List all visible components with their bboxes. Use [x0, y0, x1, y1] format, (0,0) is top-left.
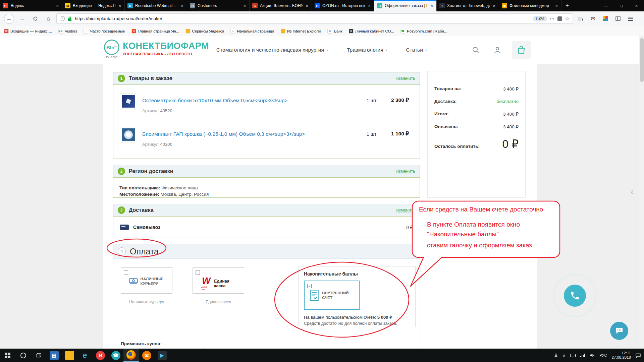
internal-account-checkbox[interactable]: ✓: [307, 284, 312, 288]
account-icon[interactable]: [493, 46, 502, 54]
page-scrollbar[interactable]: [639, 36, 644, 349]
taskbar-app-mail[interactable]: ✉: [139, 349, 154, 362]
bookmark-item[interactable]: Из Internet Explorer: [281, 29, 321, 34]
tab-close-icon[interactable]: ×: [118, 3, 122, 8]
browser-tab[interactable]: R Roundcube Webmail :: ×: [125, 0, 187, 11]
battery-icon[interactable]: [570, 354, 576, 357]
url-text[interactable]: https://bioimplantat.ru/personal/order/m…: [75, 16, 530, 21]
forward-button[interactable]: →: [17, 14, 27, 24]
bookmark-item[interactable]: ◔Часто посещаемые: [84, 29, 125, 34]
product-thumbnail[interactable]: [121, 94, 136, 109]
product-title-link[interactable]: Биоимплант ГАП крошка (~0,25-1,0 мм) Объ…: [142, 131, 305, 137]
browser-tab[interactable]: O OZON.ru - История пок ×: [312, 0, 374, 11]
taskbar-app-messenger[interactable]: ☎: [108, 349, 123, 362]
bookmark-item[interactable]: LCVisitors: [58, 29, 77, 34]
taskbar-app-firefox-active[interactable]: [123, 349, 139, 362]
site-header: BIn™ Est 2000 КОНЕКТБИОФАРМ КОСТНАЯ ПЛАС…: [0, 36, 639, 64]
callback-phone-button[interactable]: [564, 285, 586, 307]
search-icon[interactable]: [471, 46, 480, 54]
browser-tab[interactable]: Ф Файловый менеджер - ×: [499, 0, 561, 11]
payment-option-cash[interactable]: НАЛИЧНЫЕ КУРЬЕРУ: [121, 267, 172, 294]
payment-option-walletone[interactable]: W wallet one Единая касса: [193, 267, 244, 294]
tab-close-icon[interactable]: ×: [430, 3, 434, 8]
tab-close-icon[interactable]: ×: [305, 3, 309, 8]
menu-icon[interactable]: [626, 18, 635, 19]
bookmark-item[interactable]: GБанк: [327, 29, 342, 34]
nav-item-traumatology[interactable]: Травматология▾: [347, 47, 387, 53]
tab-close-icon[interactable]: ×: [180, 3, 184, 8]
tab-close-icon[interactable]: ×: [55, 3, 59, 8]
tab-close-icon[interactable]: ×: [367, 3, 371, 8]
bookmark-item[interactable]: ✉Входящие — Яндекс....: [4, 29, 52, 34]
product-title-link[interactable]: Остеоматрикс блоки 5х10х10 мм Объем 0,5с…: [142, 98, 287, 104]
extension-palette-icon[interactable]: [601, 16, 610, 21]
bookmark-item[interactable]: ЯГлавная страница Ян...: [131, 29, 179, 34]
taskbar-clock[interactable]: 12:11 27.08.2018: [611, 351, 631, 360]
region-info: Тип плательщика: Физическое лицо Местопо…: [113, 178, 420, 197]
site-info-icon[interactable]: i: [60, 16, 65, 21]
network-icon[interactable]: [580, 354, 585, 357]
edit-region-link[interactable]: изменить: [396, 169, 415, 174]
pocket-icon[interactable]: [557, 16, 562, 21]
internal-account-option[interactable]: ✓ ВНУТРЕННИЙ СЧЕТ: [304, 281, 360, 310]
padlock-icon[interactable]: [67, 16, 72, 21]
browser-tab[interactable]: C Customers ×: [187, 0, 250, 11]
section-order-items: 1 Товары в заказе изменить Остеоматрикс …: [113, 72, 420, 159]
scrollbar-thumb[interactable]: [640, 38, 644, 82]
taskbar-search-button[interactable]: [15, 349, 31, 362]
back-button[interactable]: ←: [4, 14, 14, 24]
new-tab-button[interactable]: +: [561, 0, 573, 11]
tab-close-icon[interactable]: ×: [243, 3, 247, 8]
cash-checkbox[interactable]: [124, 270, 128, 275]
product-qty: 1 шт: [367, 98, 376, 103]
people-icon[interactable]: [554, 353, 558, 358]
tab-close-icon[interactable]: ×: [492, 3, 496, 8]
taskbar-app-edge[interactable]: e: [77, 349, 93, 362]
cart-button[interactable]: [512, 41, 531, 59]
keyboard-language[interactable]: РУС: [599, 353, 607, 357]
close-window-button[interactable]: ×: [629, 0, 644, 11]
section-header: 1 Товары в заказе изменить: [113, 72, 420, 85]
browser-tab[interactable]: ✉ Входящие — Яндекс.По ×: [62, 0, 125, 11]
start-button[interactable]: [0, 349, 15, 362]
bookmark-item[interactable]: CЛичный кабинет СО...: [349, 29, 394, 34]
browser-tab[interactable]: Б Акции: Элемент: БОНУ ×: [250, 0, 312, 11]
bookmark-item[interactable]: Сервисы Яндекса: [185, 29, 224, 34]
product-row: Биоимплант ГАП крошка (~0,25-1,0 мм) Объ…: [113, 122, 420, 156]
nav-item-articles[interactable]: Статьи▾: [406, 47, 427, 53]
section-payment: 4 Оплата НАЛИЧНЫЕ КУРЬЕРУ Наличные курье…: [113, 244, 420, 349]
walletone-checkbox[interactable]: [196, 270, 200, 275]
sidebar-icon[interactable]: [613, 16, 623, 21]
taskbar-app-media[interactable]: ▶: [154, 349, 170, 362]
page-actions-icon[interactable]: •••: [550, 17, 555, 21]
bookmark-star-icon[interactable]: ☆: [565, 15, 570, 22]
bookmark-item[interactable]: ⌂Начальная страница: [230, 29, 274, 34]
refresh-button[interactable]: [30, 14, 40, 24]
slider-prev-icon[interactable]: ‹: [631, 186, 634, 197]
tray-expand-icon[interactable]: ∧: [563, 353, 566, 358]
browser-tab[interactable]: T Хостинг от Timeweb, до ×: [437, 0, 499, 11]
taskbar-app-yandex[interactable]: Я: [93, 349, 108, 362]
volume-muted-icon[interactable]: [590, 353, 595, 357]
address-bar[interactable]: i https://bioimplantat.ru/personal/order…: [56, 13, 573, 24]
edit-items-link[interactable]: изменить: [396, 76, 415, 81]
taskbar-app-explorer[interactable]: [62, 349, 77, 362]
mail-icon[interactable]: ✉: [588, 16, 598, 22]
browser-tab-active[interactable]: B Оформление заказа | b ×: [374, 0, 437, 11]
minimize-button[interactable]: —: [599, 0, 614, 11]
nav-item-label: Травматология: [347, 47, 383, 53]
task-view-button[interactable]: [31, 349, 46, 362]
chat-widget-button[interactable]: [610, 322, 628, 340]
zoom-level-badge[interactable]: 110%: [533, 16, 547, 21]
home-button[interactable]: ⌂: [43, 14, 53, 24]
tab-close-icon[interactable]: ×: [554, 3, 558, 8]
site-logo[interactable]: BIn™ Est 2000 КОНЕКТБИОФАРМ КОСТНАЯ ПЛАС…: [104, 40, 209, 59]
browser-tab[interactable]: Я Яндекс ×: [0, 0, 62, 11]
product-thumbnail[interactable]: [121, 127, 136, 142]
library-icon[interactable]: [576, 16, 585, 21]
nav-item-stomatology[interactable]: Стоматология и челюстно-лицевая хирургия…: [216, 47, 328, 53]
bookmark-item[interactable]: ☎Pozvonim.com | Каби...: [400, 29, 447, 34]
maximize-button[interactable]: □: [614, 0, 629, 11]
action-center-icon[interactable]: [636, 353, 641, 358]
taskbar-app-documents[interactable]: ▤: [46, 349, 62, 362]
